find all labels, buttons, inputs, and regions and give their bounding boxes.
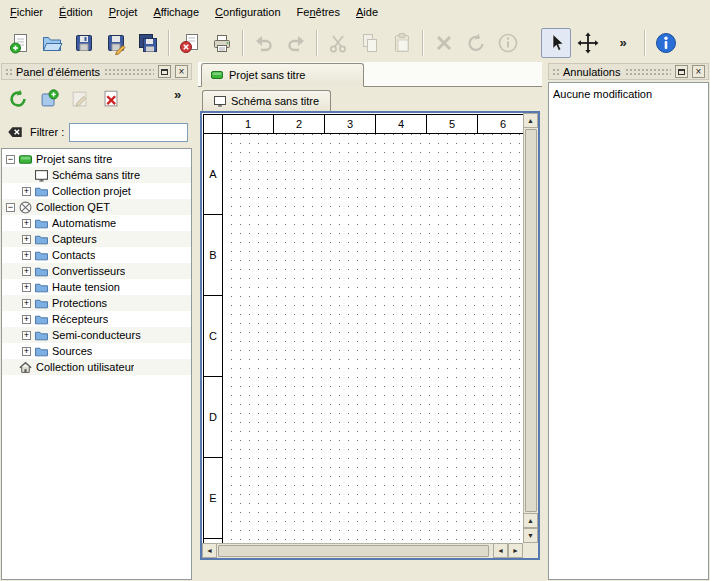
clear-filter-button[interactable] <box>5 122 25 142</box>
menu-fichier[interactable]: Fichier <box>2 3 51 21</box>
scroll-right-button[interactable]: ► <box>508 543 523 558</box>
copy-button[interactable] <box>355 28 385 58</box>
undo-empty-item[interactable]: Aucune modification <box>553 86 704 102</box>
expander-plus-icon[interactable]: + <box>22 331 31 340</box>
scissors-icon <box>326 31 350 55</box>
float-button[interactable] <box>675 65 688 78</box>
expander-plus-icon[interactable]: + <box>22 219 31 228</box>
diagram-grid[interactable] <box>223 134 523 543</box>
menu-edition[interactable]: Édition <box>51 3 101 21</box>
vertical-scroll-thumb[interactable] <box>525 129 537 512</box>
save-button[interactable] <box>69 28 99 58</box>
tree-item[interactable]: −Collection QET <box>2 199 191 215</box>
close-button[interactable]: × <box>692 65 705 78</box>
tree-item-label: Sources <box>52 345 92 357</box>
visualise-mode-button[interactable] <box>573 28 603 58</box>
scroll-up-button-2[interactable]: ▲ <box>523 513 538 528</box>
expander-plus-icon[interactable]: + <box>22 235 31 244</box>
elements-panel-title: Panel d'éléments <box>16 66 100 78</box>
schema-tab[interactable]: Schéma sans titre <box>202 90 331 111</box>
about-qet-button[interactable] <box>651 28 681 58</box>
undo-titlebar[interactable]: Annulations × <box>548 63 709 80</box>
elements-panel-titlebar[interactable]: Panel d'éléments × <box>1 63 192 80</box>
scroll-left-button[interactable]: ◄ <box>202 543 217 558</box>
expander-plus-icon[interactable]: + <box>22 267 31 276</box>
menu-affichage[interactable]: Affichage <box>145 3 207 21</box>
scroll-left-button-2[interactable]: ◄ <box>493 543 508 558</box>
menu-aide[interactable]: Aide <box>348 3 386 21</box>
print-button[interactable] <box>207 28 237 58</box>
paste-button[interactable] <box>387 28 417 58</box>
menu-fenetres[interactable]: Fenêtres <box>289 3 348 21</box>
chevron-double-icon: » <box>619 36 626 49</box>
close-file-icon <box>178 31 202 55</box>
close-button[interactable]: × <box>175 65 188 78</box>
row-header: B <box>203 215 223 296</box>
expander-plus-icon[interactable]: + <box>22 315 31 324</box>
horizontal-scrollbar[interactable]: ◄ ◄ ► <box>202 543 523 558</box>
scrollbar-corner <box>523 543 538 558</box>
save-as-button[interactable] <box>101 28 131 58</box>
tree-item[interactable]: −Projet sans titre <box>2 151 191 167</box>
folder-icon <box>35 217 48 230</box>
tree-item[interactable]: +Contacts <box>2 247 191 263</box>
tree-item[interactable]: +Automatisme <box>2 215 191 231</box>
undo-button[interactable] <box>249 28 279 58</box>
cut-button[interactable] <box>323 28 353 58</box>
edit-element-button[interactable] <box>66 85 94 113</box>
tree-item[interactable]: +Récepteurs <box>2 311 191 327</box>
tree-item[interactable]: Schéma sans titre <box>2 167 191 183</box>
reload-collections-button[interactable] <box>4 85 32 113</box>
expander-plus-icon[interactable]: + <box>22 299 31 308</box>
expander-plus-icon[interactable]: + <box>22 283 31 292</box>
tree-item[interactable]: Collection utilisateur <box>2 359 191 375</box>
new-file-button[interactable] <box>5 28 35 58</box>
menu-configuration[interactable]: Configuration <box>207 3 288 21</box>
tree-item[interactable]: +Convertisseurs <box>2 263 191 279</box>
close-file-button[interactable] <box>175 28 205 58</box>
tree-item[interactable]: +Semi-conducteurs <box>2 327 191 343</box>
info-circle-icon <box>496 31 520 55</box>
column-header: 4 <box>376 114 427 134</box>
schema-tabbar: Schéma sans titre <box>198 87 542 111</box>
move-cross-icon <box>576 31 600 55</box>
ruler-corner <box>203 114 223 134</box>
expander-plus-icon[interactable]: + <box>22 251 31 260</box>
panel-overflow-button[interactable]: » <box>173 85 189 113</box>
scroll-down-button[interactable]: ▼ <box>523 528 538 543</box>
folder-icon <box>35 185 48 198</box>
horizontal-scroll-thumb[interactable] <box>218 545 489 557</box>
vertical-scrollbar[interactable]: ▲ ▲ ▼ <box>523 113 538 543</box>
tree-item[interactable]: +Protections <box>2 295 191 311</box>
diagram-viewport[interactable]: 123456 ABCDE <box>202 113 523 543</box>
delete-button[interactable] <box>429 28 459 58</box>
menu-bar: FichierÉditionProjetAffichageConfigurati… <box>0 0 710 23</box>
expander-plus-icon[interactable]: + <box>22 347 31 356</box>
scroll-up-button[interactable]: ▲ <box>523 113 538 128</box>
folder-icon <box>35 249 48 262</box>
tree-item[interactable]: +Sources <box>2 343 191 359</box>
delete-element-button[interactable] <box>97 85 125 113</box>
toolbar-separator <box>316 30 318 56</box>
expander-minus-icon[interactable]: − <box>6 155 15 164</box>
redo-button[interactable] <box>281 28 311 58</box>
new-element-button[interactable] <box>35 85 63 113</box>
select-mode-button[interactable] <box>541 28 571 58</box>
expander-plus-icon[interactable]: + <box>22 187 31 196</box>
properties-button[interactable] <box>493 28 523 58</box>
open-file-button[interactable] <box>37 28 67 58</box>
save-all-icon <box>136 31 160 55</box>
printer-icon <box>210 31 234 55</box>
expander-minus-icon[interactable]: − <box>6 203 15 212</box>
toolbar-overflow-button[interactable]: » <box>615 28 631 58</box>
tree-item[interactable]: +Haute tension <box>2 279 191 295</box>
filter-input[interactable] <box>69 123 188 142</box>
tree-item[interactable]: +Collection projet <box>2 183 191 199</box>
float-button[interactable] <box>158 65 171 78</box>
rotate-button[interactable] <box>461 28 491 58</box>
save-all-button[interactable] <box>133 28 163 58</box>
cross-icon <box>432 31 456 55</box>
menu-projet[interactable]: Projet <box>101 3 146 21</box>
tree-item[interactable]: +Capteurs <box>2 231 191 247</box>
project-tab[interactable]: Projet sans titre <box>201 63 364 87</box>
